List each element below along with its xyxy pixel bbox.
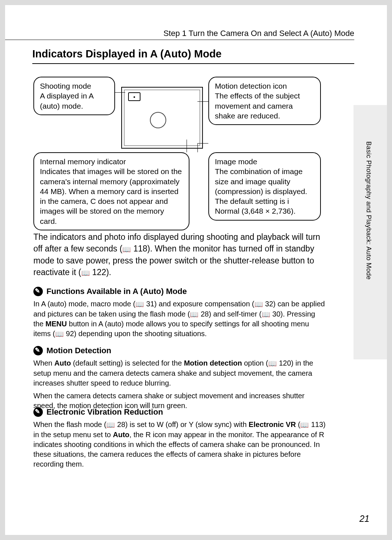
book-icon: 📖 [254,300,263,309]
note-heading: Motion Detection [33,346,326,355]
note-heading: Electronic Vibration Reduction [33,407,326,417]
t: ( [296,420,300,428]
book-icon: 📖 [106,420,115,430]
body-text-c: 122). [90,267,111,277]
motion-detection-label: Motion detection [184,359,242,367]
note-body: In A (auto) mode, macro mode (📖 31) and … [33,299,326,339]
monitor-illustration-inner [124,90,200,146]
note-motion-detection: Motion Detection When Auto (default sett… [33,346,326,414]
menu-label: MENU [45,320,67,328]
note-heading: Functions Available in A (Auto) Mode [33,287,326,296]
leader-line [197,143,198,152]
t: When the flash mode ( [33,420,106,428]
book-icon: 📖 [268,359,277,368]
leader-line [197,143,208,144]
auto-label: Auto [113,431,130,439]
callout-shooting-mode: Shooting modeA displayed in A (auto) mod… [33,77,115,115]
page-title: Indicators Displayed in A (Auto) Mode [32,48,222,60]
book-icon: 📖 [190,310,199,319]
note-body: When Auto (default setting) is selected … [33,358,326,411]
side-tab-label: Basic Photography and Playback: Auto Mod… [365,141,372,280]
t: 28) and self-timer ( [199,310,261,318]
subject-graphic [150,112,166,128]
note-electronic-vr: Electronic Vibration Reduction When the … [33,407,326,472]
t: 28) is set to W (off) or Y (slow sync) w… [115,420,249,428]
note-functions-available: Functions Available in A (Auto) Mode In … [33,287,326,342]
t: 92) depending upon the shooting situatio… [64,330,207,338]
header-rule [5,40,354,40]
callout-image-mode: Image modeThe combination of image size … [208,152,321,221]
note-title: Functions Available in A (Auto) Mode [46,287,187,296]
note-title: Electronic Vibration Reduction [46,407,163,417]
leader-line [197,101,208,102]
pencil-icon [33,287,43,296]
note-body: When the flash mode (📖 28) is set to W (… [33,420,326,469]
book-icon: 📖 [55,330,64,339]
callout-motion-detection: Motion detection iconThe effects of the … [208,77,321,125]
book-icon: 📖 [135,300,144,309]
book-icon: 📖 [122,245,131,255]
monitor-illustration [121,87,203,149]
pencil-icon [33,407,43,417]
note-title: Motion Detection [46,346,111,355]
t: When [33,359,54,367]
callout-internal-memory: Internal memory indicatorIndicates that … [33,152,189,230]
auto-label: Auto [54,359,71,367]
t: (default setting) is selected for the [71,359,184,367]
page-number: 21 [359,513,369,524]
t: option ( [242,359,268,367]
body-paragraph: The indicators and photo info displayed … [33,231,326,278]
heading-rule [32,63,354,64]
header-step-line: Step 1 Turn the Camera On and Select A (… [163,29,354,38]
book-icon: 📖 [81,269,90,278]
camera-mode-icon [128,92,140,101]
t: 31) and exposure compensation ( [144,300,254,308]
leader-line [187,140,187,152]
book-icon: 📖 [262,310,270,319]
leader-line [115,92,125,93]
pencil-icon [33,346,43,355]
t: In A (auto) mode, macro mode ( [33,300,135,308]
book-icon: 📖 [300,420,309,430]
page: Step 1 Turn the Camera On and Select A (… [5,5,387,535]
electronic-vr-label: Electronic VR [249,420,296,428]
